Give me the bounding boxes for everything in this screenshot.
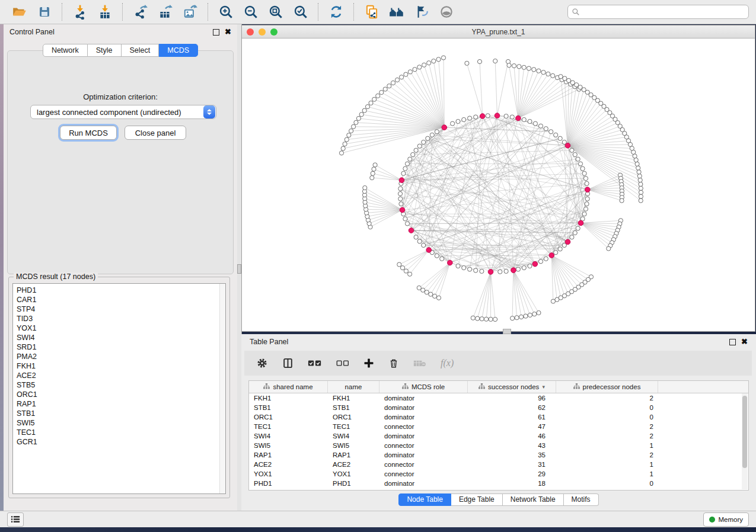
table-cell[interactable]: 62: [468, 404, 556, 411]
column-header-predecessor-nodes[interactable]: predecessor nodes: [556, 381, 658, 393]
import-table-icon[interactable]: [96, 3, 114, 21]
table-cell[interactable]: 1: [556, 442, 658, 449]
refresh-layout-icon[interactable]: [327, 3, 345, 21]
table-cell[interactable]: 47: [468, 423, 556, 430]
zoom-selected-icon[interactable]: [292, 3, 310, 21]
tab-network[interactable]: Network: [43, 44, 88, 57]
select-all-checkboxes-icon[interactable]: [308, 359, 322, 367]
column-header-successor-nodes[interactable]: successor nodes▾: [468, 381, 556, 393]
clone-network-icon[interactable]: [363, 3, 381, 21]
table-cell[interactable]: YOX1: [249, 470, 328, 477]
show-columns-icon[interactable]: [282, 357, 294, 369]
first-neighbors-icon[interactable]: [388, 3, 406, 21]
table-cell[interactable]: STB1: [249, 404, 328, 411]
table-cell[interactable]: ACE2: [249, 461, 328, 468]
table-row[interactable]: TEC1TEC1connector472: [249, 422, 748, 431]
list-item[interactable]: ORC1: [14, 390, 224, 399]
save-icon[interactable]: [36, 3, 53, 21]
table-cell[interactable]: connector: [379, 470, 468, 477]
hide-labels-icon[interactable]: [413, 3, 430, 21]
list-item[interactable]: PHD1: [14, 286, 224, 295]
table-cell[interactable]: dominator: [379, 395, 468, 402]
table-cell[interactable]: SWI4: [249, 432, 328, 440]
list-item[interactable]: GCR1: [14, 437, 224, 447]
table-row[interactable]: SWI5SWI5connector431: [249, 441, 748, 450]
table-cell[interactable]: connector: [379, 423, 468, 430]
table-cell[interactable]: 96: [468, 395, 556, 402]
mcds-list-scrollbar[interactable]: [219, 284, 225, 493]
tab-motifs[interactable]: Motifs: [564, 493, 599, 506]
list-item[interactable]: FKH1: [14, 361, 224, 371]
list-item[interactable]: STP4: [14, 305, 224, 314]
export-network-icon[interactable]: [132, 3, 149, 21]
list-item[interactable]: SWI4: [14, 333, 224, 342]
list-item[interactable]: TEC1: [14, 428, 224, 437]
table-cell[interactable]: SWI5: [249, 442, 328, 449]
table-cell[interactable]: RAP1: [328, 451, 379, 459]
table-cell[interactable]: 1: [556, 470, 658, 477]
column-header-shared-name[interactable]: shared name: [249, 381, 328, 393]
table-cell[interactable]: dominator: [379, 404, 468, 411]
deselect-all-checkboxes-icon[interactable]: [336, 360, 349, 367]
list-item[interactable]: PMA2: [14, 352, 224, 361]
table-scrollbar[interactable]: [742, 393, 748, 489]
table-row[interactable]: PHD1PHD1dominator180: [249, 479, 748, 488]
tab-mcds[interactable]: MCDS: [159, 44, 198, 57]
table-cell[interactable]: FKH1: [249, 395, 328, 402]
table-cell[interactable]: PHD1: [328, 480, 379, 487]
list-item[interactable]: STB1: [14, 409, 224, 418]
table-cell[interactable]: 35: [468, 451, 556, 459]
run-mcds-button[interactable]: Run MCDS: [60, 126, 117, 140]
table-cell[interactable]: YOX1: [328, 470, 379, 477]
table-row[interactable]: YOX1YOX1connector291: [249, 469, 748, 479]
table-cell[interactable]: PHD1: [249, 480, 328, 487]
table-cell[interactable]: ACE2: [328, 461, 379, 468]
open-folder-icon[interactable]: [11, 3, 28, 21]
list-item[interactable]: RAP1: [14, 399, 224, 409]
tab-edge-table[interactable]: Edge Table: [451, 493, 503, 506]
list-item[interactable]: YOX1: [14, 323, 224, 333]
table-row[interactable]: RAP1RAP1dominator352: [249, 450, 748, 460]
table-cell[interactable]: 2: [556, 395, 658, 402]
table-cell[interactable]: RAP1: [249, 451, 328, 459]
float-panel-icon[interactable]: [213, 29, 219, 36]
column-header-MCDS-role[interactable]: MCDS role: [379, 381, 468, 393]
tab-node-table[interactable]: Node Table: [398, 493, 451, 506]
delete-column-icon[interactable]: [388, 357, 399, 369]
list-item[interactable]: ACE2: [14, 371, 224, 380]
export-table-icon[interactable]: [157, 3, 174, 21]
table-cell[interactable]: 18: [468, 480, 556, 487]
close-panel-icon[interactable]: ✖: [741, 339, 748, 345]
show-hide-eye-icon[interactable]: [438, 3, 455, 21]
table-cell[interactable]: connector: [379, 461, 468, 468]
table-row[interactable]: ACE2ACE2connector311: [249, 460, 748, 469]
table-cell[interactable]: 0: [556, 404, 658, 411]
table-cell[interactable]: 0: [556, 480, 658, 487]
table-cell[interactable]: TEC1: [249, 423, 328, 430]
table-cell[interactable]: 2: [556, 432, 658, 440]
import-network-icon[interactable]: [71, 3, 89, 21]
splitter-grip[interactable]: [237, 264, 241, 274]
table-cell[interactable]: ORC1: [249, 414, 328, 421]
float-panel-icon[interactable]: [729, 339, 736, 345]
task-history-button[interactable]: [7, 512, 24, 527]
table-cell[interactable]: connector: [379, 442, 468, 449]
table-cell[interactable]: 2: [556, 451, 658, 459]
criterion-dropdown[interactable]: largest connected component (undirected): [30, 105, 216, 119]
tab-select[interactable]: Select: [122, 44, 160, 57]
table-row[interactable]: SWI4SWI4dominator462: [249, 431, 748, 441]
scrollbar-thumb[interactable]: [742, 396, 747, 468]
network-window-titlebar[interactable]: YPA_prune.txt_1: [242, 25, 755, 39]
table-cell[interactable]: dominator: [379, 480, 468, 487]
table-row[interactable]: FKH1FKH1dominator962: [249, 393, 748, 403]
table-cell[interactable]: 61: [468, 414, 556, 421]
zoom-in-icon[interactable]: [217, 3, 235, 21]
table-cell[interactable]: dominator: [379, 451, 468, 459]
network-graph[interactable]: [242, 39, 755, 331]
search-field[interactable]: [567, 5, 749, 19]
table-cell[interactable]: TEC1: [328, 423, 379, 430]
list-item[interactable]: SWI5: [14, 418, 224, 428]
tab-network-table[interactable]: Network Table: [503, 493, 564, 506]
sort-arrow-icon[interactable]: ▾: [542, 384, 545, 390]
table-cell[interactable]: 1: [556, 461, 658, 468]
